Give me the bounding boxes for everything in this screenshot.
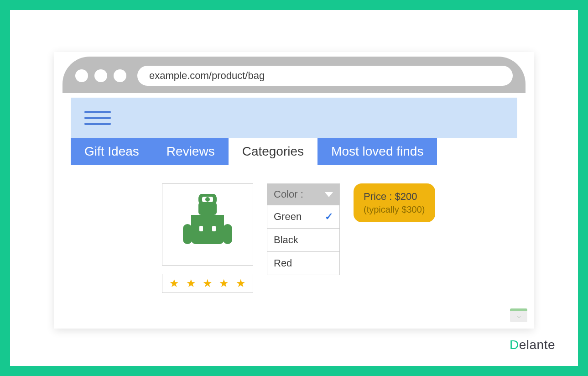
url-bar[interactable]: example.com/product/bag: [137, 66, 513, 86]
svg-rect-4: [212, 226, 216, 231]
price-label: Price : $200: [364, 190, 425, 204]
window-control-dot[interactable]: [114, 69, 126, 82]
color-option-red[interactable]: Red: [267, 251, 339, 275]
browser-chrome: example.com/product/bag: [62, 57, 526, 93]
color-option-label: Green: [274, 211, 302, 223]
brand-logo: Delante: [510, 338, 555, 352]
svg-rect-1: [198, 202, 217, 215]
product-image-column: ★ ★ ★ ★ ★: [162, 183, 253, 293]
url-text: example.com/product/bag: [149, 70, 265, 82]
hamburger-menu-icon[interactable]: [84, 111, 111, 125]
tab-label: Gift Ideas: [84, 144, 139, 158]
price-badge: Price : $200 (typically $300): [354, 183, 435, 222]
backpack-icon: [180, 194, 235, 255]
price-typical: (typically $300): [364, 204, 425, 216]
color-option-label: Red: [274, 257, 292, 269]
tab-reviews[interactable]: Reviews: [153, 138, 229, 165]
star-icon: ★: [186, 277, 196, 290]
color-select[interactable]: Color : Green ✓ Black Red: [267, 183, 340, 275]
star-icon: ★: [203, 277, 213, 290]
star-icon: ★: [236, 277, 246, 290]
check-icon: ✓: [325, 211, 333, 223]
window-control-dot[interactable]: [94, 69, 107, 82]
star-rating: ★ ★ ★ ★ ★: [162, 274, 253, 293]
tab-label: Categories: [242, 144, 304, 158]
product-row: ★ ★ ★ ★ ★ Color : Green: [71, 183, 517, 293]
product-image: [162, 183, 253, 266]
outer-frame: example.com/product/bag Gift Ideas Revie…: [0, 0, 588, 376]
color-label: Color :: [274, 188, 303, 200]
window-control-dot[interactable]: [75, 69, 88, 82]
color-option-label: Black: [274, 234, 298, 246]
svg-rect-5: [183, 224, 192, 244]
color-option-black[interactable]: Black: [267, 228, 339, 251]
color-option-green[interactable]: Green ✓: [267, 205, 339, 228]
browser-window: example.com/product/bag Gift Ideas Revie…: [54, 52, 534, 329]
svg-point-7: [205, 197, 210, 202]
plugin-badge-icon: ⌣: [510, 308, 527, 322]
star-icon: ★: [169, 277, 179, 290]
svg-rect-6: [223, 224, 232, 244]
color-select-header[interactable]: Color :: [267, 184, 339, 205]
svg-rect-3: [199, 226, 203, 231]
inner-canvas: example.com/product/bag Gift Ideas Revie…: [20, 20, 568, 356]
brand-text: elante: [519, 338, 555, 352]
star-icon: ★: [219, 277, 229, 290]
tab-categories[interactable]: Categories: [229, 138, 317, 165]
nav-tabs: Gift Ideas Reviews Categories Most loved…: [71, 138, 517, 165]
tab-label: Reviews: [167, 144, 215, 158]
page-header: [71, 98, 517, 138]
tab-most-loved-finds[interactable]: Most loved finds: [317, 138, 437, 165]
chevron-down-icon: [325, 192, 333, 197]
page-content: Gift Ideas Reviews Categories Most loved…: [71, 98, 517, 293]
tab-gift-ideas[interactable]: Gift Ideas: [71, 138, 153, 165]
tab-label: Most loved finds: [331, 144, 423, 158]
